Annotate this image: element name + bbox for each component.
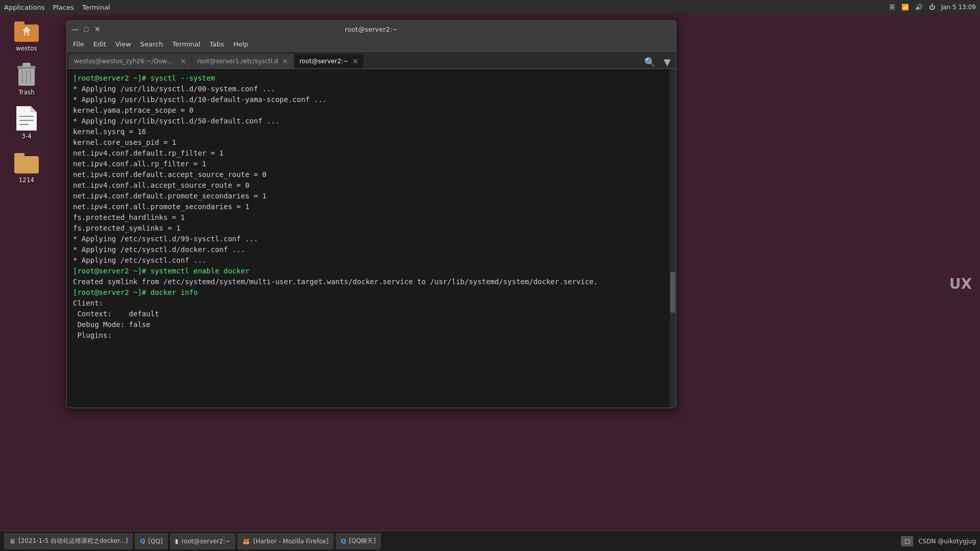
menu-tabs[interactable]: Tabs	[205, 39, 228, 49]
volume-icon: 🔊	[915, 4, 923, 11]
svg-rect-16	[14, 156, 39, 173]
taskbar-qq2-icon: Q	[341, 538, 346, 545]
taskbar-item-qq[interactable]: Q [QQ]	[135, 533, 167, 549]
tab-3-close[interactable]: ✕	[352, 58, 358, 65]
terminal-menu[interactable]: Terminal	[82, 4, 110, 11]
desktop-icon-1214[interactable]: 1214	[8, 150, 45, 184]
top-bar: Applications Places Terminal 英 📶 🔊 ⏻ Jan…	[0, 0, 980, 14]
folder-1214-icon	[14, 150, 39, 174]
tabs-bar: westos@westos_zyh26:~/Downloads/qq-files…	[67, 52, 676, 69]
trash-label: Trash	[18, 89, 35, 96]
menu-bar: File Edit View Search Terminal Tabs Help	[67, 37, 676, 52]
menu-edit[interactable]: Edit	[89, 39, 110, 49]
taskbar-right: □ CSDN @uikotygjug	[901, 536, 976, 546]
taskbar-firefox-label: [Harbor - Mozilla Firefox]	[253, 538, 328, 545]
terminal-window: — □ ✕ root@server2:~ File Edit View Sear…	[66, 20, 676, 408]
svg-rect-17	[14, 153, 24, 158]
top-bar-right: 英 📶 🔊 ⏻ Jan 5 13:09	[889, 3, 976, 12]
menu-terminal[interactable]: Terminal	[168, 39, 204, 49]
tab-1-close[interactable]: ✕	[180, 58, 186, 65]
menu-file[interactable]: File	[69, 39, 88, 49]
menu-help[interactable]: Help	[229, 39, 253, 49]
tab-menu-button[interactable]: ▼	[660, 56, 674, 68]
taskbar-firefox-icon: 🦊	[242, 538, 250, 545]
taskbar-terminal-icon: ▮	[175, 538, 179, 545]
tab-1-label: westos@westos_zyh26:~/Downloads/qq-files…	[74, 58, 176, 65]
apps-menu[interactable]: Applications	[4, 4, 44, 11]
places-menu[interactable]: Places	[53, 4, 74, 11]
tab-1[interactable]: westos@westos_zyh26:~/Downloads/qq-files…	[69, 54, 191, 68]
trash-folder-icon	[14, 62, 39, 87]
svg-rect-1	[14, 21, 24, 27]
svg-rect-4	[25, 33, 28, 36]
scrollbar[interactable]	[670, 69, 676, 408]
tab-2[interactable]: root@server1:/etc/sysctl.d ✕	[192, 54, 293, 68]
tab-3[interactable]: root@server2:~ ✕	[295, 54, 364, 68]
datetime-display: Jan 5 13:09	[941, 4, 976, 11]
file-3-4-icon	[14, 106, 39, 131]
taskbar-qq2-label: [QQ聊天]	[349, 537, 376, 545]
taskbar-csdn-label: CSDN @uikotygjug	[918, 538, 976, 545]
svg-rect-7	[22, 63, 31, 67]
window-title: root@server2:~	[102, 26, 641, 33]
title-bar-controls: — □ ✕	[71, 25, 102, 33]
language-indicator: 英	[889, 3, 895, 12]
taskbar-item-terminal[interactable]: ▮ root@server2:~	[170, 533, 235, 549]
top-bar-left: Applications Places Terminal	[4, 4, 110, 11]
tab-3-label: root@server2:~	[300, 58, 349, 65]
desktop-icons: westos Trash 3-4	[8, 18, 45, 184]
westos-folder-icon	[14, 18, 39, 43]
tabs-actions: 🔍 ▼	[641, 56, 674, 68]
file-3-4-label: 3-4	[21, 133, 32, 140]
minimize-button[interactable]: —	[71, 25, 79, 33]
tab-add-button[interactable]: 🔍	[641, 56, 658, 68]
taskbar-terminal-label: root@server2:~	[181, 538, 230, 545]
taskbar-files-label: [2021-1-5 自动化运维课程之docker...]	[18, 537, 128, 545]
taskbar-files-icon: 🖥	[9, 538, 15, 545]
power-icon: ⏻	[929, 4, 935, 11]
westos-label: westos	[16, 45, 37, 52]
tab-2-label: root@server1:/etc/sysctl.d	[198, 58, 278, 65]
maximize-button[interactable]: □	[82, 25, 90, 33]
keyboard-indicator: □	[901, 536, 913, 546]
taskbar-item-files[interactable]: 🖥 [2021-1-5 自动化运维课程之docker...]	[4, 533, 133, 549]
desktop-icon-trash[interactable]: Trash	[8, 62, 45, 96]
side-label: UX	[949, 276, 972, 292]
menu-view[interactable]: View	[111, 39, 135, 49]
menu-search[interactable]: Search	[136, 39, 167, 49]
taskbar: 🖥 [2021-1-5 自动化运维课程之docker...] Q [QQ] ▮ …	[0, 531, 980, 551]
taskbar-qq-label: [QQ]	[149, 538, 163, 545]
tab-2-close[interactable]: ✕	[282, 58, 288, 65]
taskbar-qq-icon: Q	[140, 538, 145, 545]
desktop-icon-westos[interactable]: westos	[8, 18, 45, 52]
terminal-output: [root@server2 ~]# sysctl --system * Appl…	[73, 73, 670, 341]
title-bar: — □ ✕ root@server2:~	[67, 21, 676, 37]
scrollbar-thumb[interactable]	[670, 272, 675, 313]
desktop-icon-3-4[interactable]: 3-4	[8, 106, 45, 140]
terminal-content[interactable]: [root@server2 ~]# sysctl --system * Appl…	[67, 69, 676, 408]
close-button[interactable]: ✕	[93, 25, 102, 33]
folder-1214-label: 1214	[19, 177, 35, 184]
taskbar-item-qq2[interactable]: Q [QQ聊天]	[336, 533, 381, 549]
taskbar-item-firefox[interactable]: 🦊 [Harbor - Mozilla Firefox]	[237, 533, 333, 549]
wifi-icon: 📶	[901, 4, 909, 11]
svg-marker-12	[31, 106, 37, 112]
